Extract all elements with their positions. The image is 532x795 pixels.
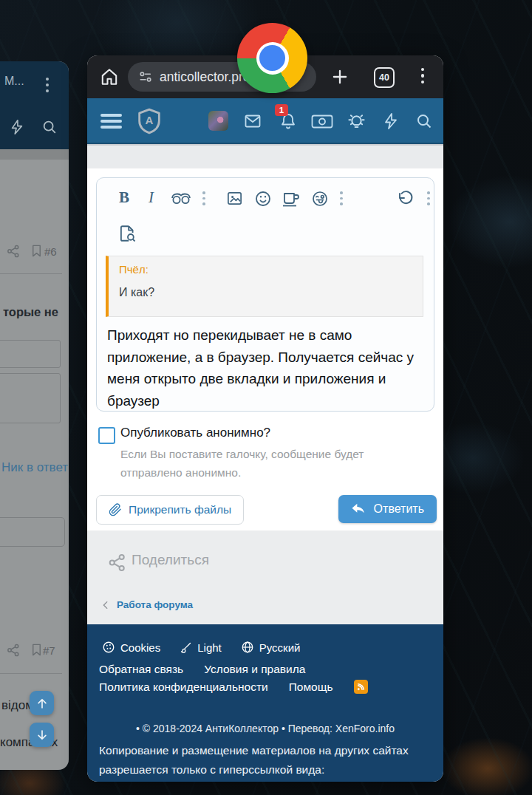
copy-notice-line: разрешается только с гиперссылкой вида:: [99, 760, 432, 779]
reply-link[interactable]: Ник в ответ: [1, 460, 68, 475]
cookies-label: Cookies: [120, 641, 160, 654]
alerts-bell-icon[interactable]: 1: [279, 112, 297, 130]
inbox-icon[interactable]: [243, 112, 262, 130]
bolt-icon[interactable]: [382, 112, 400, 130]
bolt-icon[interactable]: [9, 119, 25, 135]
site-logo[interactable]: A: [134, 106, 164, 137]
quoted-message: Пчёл: И как?: [106, 256, 423, 317]
preview-icon[interactable]: [117, 224, 137, 243]
share-icon[interactable]: [6, 643, 21, 658]
rss-icon[interactable]: [354, 680, 368, 694]
style-label: Light: [197, 641, 222, 654]
insert-image-icon[interactable]: [225, 190, 244, 207]
undo-icon[interactable]: [397, 190, 415, 208]
footer-link-help[interactable]: Помощь: [289, 680, 333, 694]
copy-notice-line: Копирование и размещение материалов на д…: [99, 741, 432, 760]
left-card-divider-strip: [0, 149, 69, 160]
zany-face-icon[interactable]: [311, 190, 329, 208]
footer-meta-row: Cookies Light Русский: [102, 641, 300, 654]
post-text-fragment: торые не: [3, 305, 58, 319]
globe-icon: [241, 641, 254, 654]
language-chooser-button[interactable]: Русский: [241, 641, 301, 654]
search-icon[interactable]: [415, 112, 433, 130]
post-number: #7: [43, 644, 55, 657]
cookie-icon: [102, 641, 115, 654]
logo-letter: A: [134, 108, 164, 133]
reply-label: Ответить: [374, 502, 424, 516]
smilies-icon[interactable]: [254, 190, 272, 208]
notification-badge: 1: [275, 104, 288, 116]
left-card-title: М...: [4, 75, 24, 88]
chrome-icon-center: [259, 45, 285, 71]
chrome-app-icon[interactable]: [237, 23, 307, 93]
reply-editor[interactable]: B I Пчёл: И как? Приходят но перек: [96, 177, 434, 412]
cash-icon[interactable]: [311, 114, 333, 129]
footer-links: Обратная связь Условия и правила Политик…: [99, 663, 429, 694]
share-label[interactable]: Поделиться: [132, 552, 209, 568]
quote-box-fragment: [0, 340, 61, 368]
anonymous-checkbox[interactable]: [98, 427, 115, 444]
tab-switcher[interactable]: 40: [374, 67, 395, 88]
footer-link-terms[interactable]: Условия и правила: [204, 663, 305, 676]
divider: [0, 273, 62, 274]
reply-button[interactable]: Ответить: [338, 495, 437, 523]
divider: [0, 673, 62, 674]
browser-menu-icon[interactable]: [421, 68, 424, 83]
link-mask-icon[interactable]: [171, 191, 191, 206]
editor-menu-icon[interactable]: [427, 191, 430, 205]
quote-text: И как?: [119, 286, 412, 299]
left-card-header: М...: [0, 61, 69, 149]
anonymous-label: Опубликовать анонимно?: [120, 426, 270, 440]
footer-link-privacy[interactable]: Политика конфиденциальности: [99, 680, 268, 694]
reply-arrow-icon: [351, 502, 366, 516]
bookmark-icon[interactable]: [30, 244, 44, 258]
anonymous-hint: Если Вы поставите галочку, сообщение буд…: [120, 446, 381, 482]
site-info-icon[interactable]: [138, 69, 153, 84]
more-tools-icon[interactable]: [340, 191, 343, 205]
bookmark-icon[interactable]: [30, 643, 44, 657]
italic-button[interactable]: I: [149, 188, 154, 207]
chevron-left-icon: [100, 600, 111, 610]
search-icon[interactable]: [41, 119, 58, 135]
input-fragment[interactable]: [0, 517, 65, 547]
attach-files-label: Прикрепить файлы: [129, 503, 231, 516]
paintbrush-icon: [180, 641, 192, 654]
forum-header: A 1: [87, 98, 443, 144]
paperclip-icon: [109, 503, 122, 516]
cookies-button[interactable]: Cookies: [102, 641, 160, 654]
site-footer: Cookies Light Русский Обратная связь Усл…: [87, 624, 443, 782]
share-icon[interactable]: [6, 244, 21, 259]
quote-box-fragment: [0, 373, 61, 423]
copy-notice: Копирование и размещение материалов на д…: [99, 741, 432, 782]
footer-link-contact[interactable]: Обратная связь: [99, 663, 183, 676]
copyright-line: • © 2018-2024 АнтиКоллектор • Перевод: X…: [87, 723, 443, 734]
attach-files-button[interactable]: Прикрепить файлы: [96, 495, 244, 525]
reply-message-text[interactable]: Приходят но перекидывает не в само прило…: [107, 324, 425, 412]
post-number: #6: [44, 245, 57, 258]
scroll-down-button[interactable]: [30, 723, 54, 747]
browser-window: anticollector.pro/threa 40 A 1: [87, 55, 443, 782]
scroll-up-button[interactable]: [30, 691, 54, 715]
user-avatar[interactable]: [208, 111, 228, 131]
quote-author: Пчёл:: [119, 263, 412, 276]
style-chooser-button[interactable]: Light: [180, 641, 222, 654]
more-formatting-icon[interactable]: [202, 191, 205, 205]
breadcrumb-forum-link[interactable]: Работа форума: [117, 599, 193, 610]
share-icon[interactable]: [107, 553, 127, 573]
mug-icon[interactable]: [282, 191, 301, 208]
page-header-strip: [87, 144, 443, 168]
left-app-card[interactable]: М... #6 торые не Ник в ответ #7 відомі к…: [0, 61, 69, 770]
bold-button[interactable]: B: [119, 188, 129, 207]
language-label: Русский: [259, 641, 301, 654]
idea-bulb-icon[interactable]: [347, 112, 366, 132]
menu-icon[interactable]: [100, 114, 122, 129]
new-tab-icon[interactable]: [330, 67, 349, 86]
copy-notice-line: www.anticollector.biz.ua: [99, 779, 432, 782]
left-card-menu-icon[interactable]: [46, 78, 49, 92]
home-icon[interactable]: [100, 67, 119, 86]
post-footer-section: Поделиться Работа форума: [87, 530, 443, 624]
